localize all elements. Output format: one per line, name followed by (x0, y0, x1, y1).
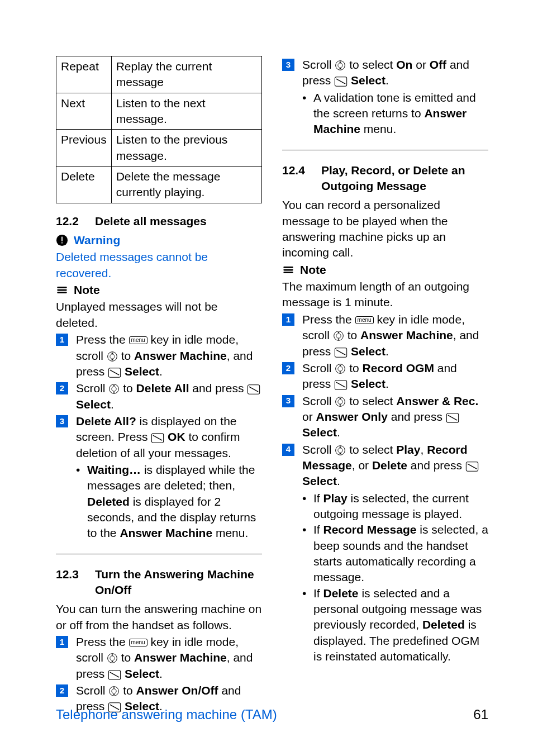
playback-controls-table: RepeatReplay the current message NextLis… (56, 56, 262, 203)
divider (56, 554, 262, 554)
softkey-icon (334, 348, 348, 358)
result-bullet: If Delete is selected and a personal out… (282, 586, 488, 665)
step-number-icon: 2 (56, 684, 68, 697)
warning-body: Deleted messages cannot be recovered. (56, 249, 262, 281)
page-footer: Telephone answering machine (TAM) 61 (56, 707, 488, 722)
cell-v: Delete the message currently playing. (111, 167, 261, 203)
section-12-4-heading: 12.4 Play, Record, or Delete an Outgoing… (282, 163, 488, 194)
warning-label: Warning (56, 232, 262, 248)
softkey-icon (247, 384, 260, 394)
step-number-icon: 1 (56, 636, 68, 648)
softkey-icon (151, 433, 164, 443)
menu-key-icon: menu (129, 639, 147, 646)
note-icon (56, 284, 68, 296)
cell-v: Replay the current message (111, 56, 261, 93)
result-bullet: A validation tone is emitted and the scr… (282, 90, 488, 137)
step-number-icon: 2 (56, 382, 68, 394)
cell-v: Listen to the next message. (111, 93, 261, 130)
cell-k: Delete (56, 167, 112, 203)
scroll-icon (335, 363, 346, 374)
step-number-icon: 1 (282, 313, 294, 326)
step-1: 1 Press the menu key in idle mode, scrol… (56, 634, 262, 682)
note-body: Unplayed messages will not be deleted. (56, 299, 262, 331)
section-intro: You can turn the answering machine on or… (56, 601, 262, 633)
step-number-icon: 1 (56, 334, 68, 346)
step-1: 1 Press the menu key in idle mode, scrol… (56, 332, 262, 379)
scroll-icon (335, 396, 346, 407)
softkey-icon (108, 368, 121, 378)
cell-k: Previous (56, 130, 112, 167)
footer-section-title: Telephone answering machine (TAM) (56, 707, 277, 722)
cell-k: Next (56, 93, 112, 130)
softkey-icon (334, 380, 348, 390)
result-bullet: Waiting… is displayed while the messages… (56, 462, 262, 541)
step-number-icon: 3 (56, 415, 68, 427)
softkey-icon (465, 462, 479, 472)
step-3: 3 Scroll to select Answer & Rec. or Answ… (282, 393, 488, 441)
step-3: 3 Delete All? is displayed on the screen… (56, 413, 262, 461)
scroll-icon (107, 351, 118, 362)
step-4: 4 Scroll to select Play, Record Message,… (282, 442, 488, 489)
step-number-icon: 3 (282, 59, 294, 71)
section-intro: You can record a personalized message to… (282, 197, 488, 260)
step-number-icon: 2 (282, 362, 294, 374)
step-1: 1 Press the menu key in idle mode, scrol… (282, 312, 488, 359)
scroll-icon (333, 330, 344, 341)
softkey-icon (108, 670, 121, 680)
step-3: 3 Scroll to select On or Off and press S… (282, 57, 488, 89)
step-2: 2 Scroll to Delete All and press Select. (56, 381, 262, 412)
section-12-3-heading: 12.3 Turn the Answering Machine On/Off (56, 567, 262, 598)
scroll-icon (107, 653, 118, 664)
scroll-icon (108, 383, 120, 394)
note-label: Note (282, 262, 488, 278)
softkey-icon (334, 77, 348, 87)
note-body: The maximum length of an outgoing messag… (282, 279, 488, 311)
step-2: 2 Scroll to Record OGM and press Select. (282, 360, 488, 392)
result-bullet: If Play is selected, the current outgoin… (282, 491, 488, 522)
step-number-icon: 4 (282, 444, 294, 456)
result-bullet: If Record Message is selected, a beep so… (282, 522, 488, 585)
warning-icon (56, 234, 68, 246)
softkey-icon (446, 413, 459, 423)
scroll-icon (108, 686, 120, 697)
note-icon (282, 264, 294, 276)
cell-v: Listen to the previous message. (111, 130, 261, 167)
cell-k: Repeat (56, 56, 112, 93)
section-12-2-heading: 12.2 Delete all messages (56, 213, 262, 229)
menu-key-icon: menu (355, 316, 374, 324)
scroll-icon (335, 445, 346, 456)
menu-key-icon: menu (129, 336, 147, 344)
page-number: 61 (473, 707, 488, 722)
scroll-icon (335, 60, 346, 71)
step-number-icon: 3 (282, 395, 294, 407)
note-label: Note (56, 282, 262, 298)
divider (282, 150, 488, 150)
